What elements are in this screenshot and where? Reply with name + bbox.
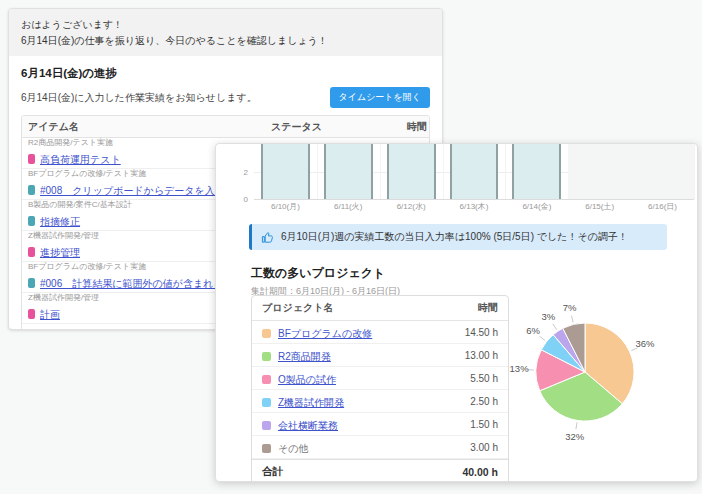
greeting-line1: おはようございます！ (21, 17, 430, 33)
input-rate-notice: 6月10日(月)週の実績工数の当日入力率は100% (5日/5日) でした！その… (249, 224, 667, 250)
day-column (380, 144, 444, 199)
item-type-icon (28, 309, 35, 319)
top-projects-title: 工数の多いプロジェクト (251, 265, 697, 282)
project-time: 1.50 h (470, 419, 498, 430)
project-row: R2商品開発13.00 h (252, 344, 508, 367)
day-column (254, 144, 318, 199)
project-time: 5.50 h (470, 373, 498, 384)
hours-bar (324, 144, 373, 199)
col-status: ステータス (265, 120, 365, 134)
y-axis-tick: 2 (218, 168, 248, 177)
bar-chart-plot-area (254, 144, 694, 200)
item-link[interactable]: 指摘修正 (40, 216, 80, 227)
day-column (443, 144, 507, 199)
project-name[interactable]: 会社横断業務 (278, 420, 338, 431)
greeting-banner: おはようございます！ 6月14日(金)の仕事を振り返り、今日のやることを確認しま… (9, 9, 442, 56)
open-timesheet-button[interactable]: タイムシートを開く (330, 87, 430, 108)
project-row: Z機器試作開発2.50 h (252, 390, 508, 413)
pie-percent-label: 6% (526, 325, 540, 336)
project-row: BFプログラムの改修14.50 h (252, 321, 508, 344)
project-color-swatch (262, 398, 271, 407)
day-column (631, 144, 695, 199)
item-type-icon (28, 247, 35, 257)
project-color-swatch (262, 352, 271, 361)
item-type-icon (28, 278, 35, 288)
x-axis-label: 6/13(木) (443, 201, 506, 212)
pie-leader-line (571, 316, 573, 323)
pie-percent-label: 36% (635, 338, 655, 349)
projects-table-header: プロジェクト名 時間 (252, 296, 508, 321)
x-axis-label: 6/12(水) (380, 201, 443, 212)
project-time: 3.00 h (470, 442, 498, 453)
x-axis-label: 6/14(金) (505, 201, 568, 212)
pie-percent-label: 32% (565, 431, 585, 442)
project-name[interactable]: Z機器試作開発 (278, 397, 344, 408)
hours-bar (512, 144, 561, 199)
daily-hours-bar-chart: 02 6/10(月)6/11(火)6/12(水)6/13(木)6/14(金)6/… (216, 144, 697, 216)
day-column (505, 144, 569, 199)
project-hours-pie-chart: 36%32%13%6%3%7% (501, 292, 698, 468)
col-project-name: プロジェクト名 (262, 301, 333, 315)
project-color-swatch (262, 375, 271, 384)
project-color-swatch (262, 444, 271, 453)
project-name[interactable]: R2商品開発 (278, 351, 331, 362)
project-row: 会社横断業務1.50 h (252, 413, 508, 436)
project-name: その他 (278, 443, 308, 454)
project-time: 14.50 h (465, 327, 498, 338)
pie-percent-label: 7% (563, 302, 577, 313)
x-axis-label: 6/16(日) (631, 201, 694, 212)
hours-bar (261, 144, 310, 199)
project-time: 2.50 h (470, 396, 498, 407)
x-axis-label: 6/11(火) (317, 201, 380, 212)
day-column (317, 144, 381, 199)
item-link[interactable]: 計画 (40, 309, 60, 320)
pie-leader-line (539, 336, 544, 340)
project-color-swatch (262, 421, 271, 430)
project-row: その他3.00 h (252, 436, 508, 459)
total-label: 合計 (28, 330, 49, 331)
item-type-icon (28, 154, 35, 164)
progress-section-title: 6月14日(金)の進捗 (21, 66, 430, 81)
item-type-icon (28, 185, 35, 195)
projects-total-time: 40.00 h (462, 466, 498, 478)
pie-leader-line (576, 422, 577, 429)
bar-chart-x-axis: 6/10(月)6/11(火)6/12(水)6/13(木)6/14(金)6/15(… (254, 201, 694, 215)
project-row: O製品の試作5.50 h (252, 367, 508, 390)
pie-percent-label: 13% (510, 363, 530, 374)
thumbs-up-icon (261, 231, 274, 244)
item-type-icon (28, 216, 35, 226)
item-link[interactable]: 進捗管理 (40, 247, 80, 258)
pie-leader-line (553, 324, 557, 330)
col-item-name: アイテム名 (22, 120, 265, 134)
progress-description: 6月14日(金)に入力した作業実績をお知らせします。 (21, 91, 257, 105)
greeting-line2: 6月14日(金)の仕事を振り返り、今日のやることを確認しましょう！ (21, 33, 430, 49)
day-column (568, 144, 632, 199)
hours-bar (450, 144, 499, 199)
pie-percent-label: 3% (541, 311, 555, 322)
project-time: 13.00 h (465, 350, 498, 361)
projects-table: プロジェクト名 時間 BFプログラムの改修14.50 hR2商品開発13.00 … (251, 295, 509, 482)
project-color-swatch (262, 329, 271, 338)
y-axis-tick: 0 (218, 195, 248, 204)
x-axis-label: 6/10(月) (254, 201, 317, 212)
project-name[interactable]: BFプログラムの改修 (278, 328, 372, 339)
input-rate-notice-text: 6月10日(月)週の実績工数の当日入力率は100% (5日/5日) でした！その… (281, 230, 628, 244)
projects-total-row: 合計 40.00 h (252, 459, 508, 482)
weekly-summary-panel: 02 6/10(月)6/11(火)6/12(水)6/13(木)6/14(金)6/… (215, 143, 698, 482)
col-time: 時間 (365, 120, 430, 134)
hours-bar (387, 144, 436, 199)
work-items-table-header: アイテム名 ステータス 時間 (22, 116, 429, 138)
item-link[interactable]: 高負荷運用テスト (40, 154, 121, 165)
projects-total-label: 合計 (262, 465, 283, 479)
x-axis-label: 6/15(土) (568, 201, 631, 212)
project-name[interactable]: O製品の試作 (278, 374, 336, 385)
col-project-time: 時間 (478, 301, 498, 315)
